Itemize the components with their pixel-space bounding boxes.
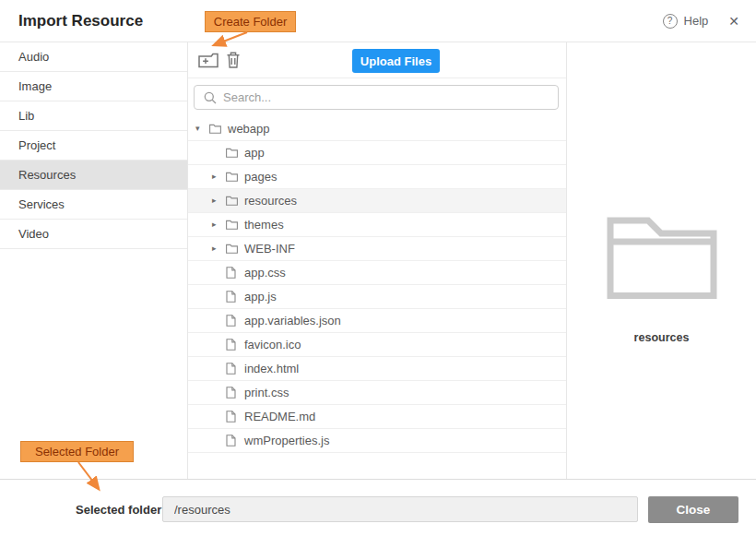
create-folder-icon[interactable] bbox=[198, 53, 219, 68]
sidebar-item-audio[interactable]: Audio bbox=[0, 42, 187, 72]
folder-icon bbox=[226, 196, 243, 206]
dialog-header: Import Resource ? Help ✕ bbox=[0, 0, 756, 42]
question-circle-icon: ? bbox=[663, 14, 678, 29]
create-folder-callout: Create Folder bbox=[205, 11, 296, 32]
sidebar-item-project[interactable]: Project bbox=[0, 131, 187, 161]
file-browser-panel: Upload Files ▾ webapp bbox=[188, 42, 567, 479]
file-icon bbox=[226, 435, 243, 447]
tree-item-label: pages bbox=[243, 170, 277, 184]
caret-right-icon[interactable]: ▸ bbox=[212, 244, 226, 253]
sidebar-item-label: Image bbox=[18, 79, 52, 93]
close-button[interactable]: Close bbox=[648, 496, 738, 523]
selected-folder-path-input[interactable] bbox=[162, 496, 638, 522]
folder-icon bbox=[226, 244, 243, 254]
sidebar-item-lib[interactable]: Lib bbox=[0, 101, 187, 131]
file-icon bbox=[226, 291, 243, 303]
help-button[interactable]: ? Help bbox=[663, 14, 709, 29]
sidebar-item-image[interactable]: Image bbox=[0, 72, 187, 101]
search-input[interactable] bbox=[223, 90, 549, 104]
caret-right-icon[interactable]: ▸ bbox=[212, 197, 226, 205]
preview-folder-name: resources bbox=[567, 331, 756, 344]
selection-preview-panel[interactable]: resources bbox=[567, 42, 756, 479]
caret-down-icon[interactable]: ▾ bbox=[195, 125, 209, 133]
file-icon bbox=[226, 315, 243, 327]
tree-item-app-css[interactable]: app.css bbox=[188, 261, 566, 285]
tree-item-readme-md[interactable]: README.md bbox=[188, 405, 566, 429]
selected-folder-arrow bbox=[70, 461, 116, 498]
dialog-body: Audio Image Lib Project Resources Servic… bbox=[0, 42, 756, 479]
tree-item-label: app.js bbox=[243, 290, 277, 304]
sidebar-item-label: Audio bbox=[18, 50, 49, 64]
tree-item-label: webapp bbox=[227, 122, 270, 136]
tree-item-app-variables-json[interactable]: app.variables.json bbox=[188, 309, 566, 333]
sidebar-item-label: Video bbox=[18, 227, 49, 241]
upload-files-button[interactable]: Upload Files bbox=[352, 49, 440, 73]
tree-item-app[interactable]: app bbox=[188, 141, 566, 165]
tree-item-label: app bbox=[243, 146, 265, 160]
search-row bbox=[188, 78, 566, 117]
tree-item-resources[interactable]: ▸ resources bbox=[188, 189, 566, 213]
tree-item-label: favicon.ico bbox=[243, 338, 301, 351]
file-icon bbox=[226, 267, 243, 279]
tree-item-label: app.variables.json bbox=[243, 314, 341, 328]
import-resource-dialog: Import Resource ? Help ✕ Audio Image Lib… bbox=[0, 0, 756, 536]
search-icon bbox=[204, 91, 217, 104]
tree-item-label: WEB-INF bbox=[243, 242, 295, 256]
sidebar-item-label: Lib bbox=[18, 109, 34, 123]
tree-item-label: themes bbox=[243, 218, 284, 232]
file-icon bbox=[226, 411, 243, 423]
tree-item-favicon-ico[interactable]: favicon.ico bbox=[188, 333, 566, 357]
sidebar-item-resources[interactable]: Resources bbox=[0, 161, 187, 190]
sidebar-item-label: Resources bbox=[18, 168, 76, 182]
folder-icon bbox=[226, 148, 243, 158]
tree-item-label: resources bbox=[243, 194, 297, 208]
tree-item-webapp[interactable]: ▾ webapp bbox=[188, 117, 566, 141]
page-title: Import Resource bbox=[18, 12, 143, 30]
tree-item-label: README.md bbox=[243, 410, 315, 423]
file-icon bbox=[226, 387, 243, 399]
tree-item-print-css[interactable]: print.css bbox=[188, 381, 566, 405]
folder-icon bbox=[226, 172, 243, 182]
search-box bbox=[194, 85, 559, 110]
tree-item-index-html[interactable]: index.html bbox=[188, 357, 566, 381]
category-sidebar: Audio Image Lib Project Resources Servic… bbox=[0, 42, 188, 479]
caret-right-icon[interactable]: ▸ bbox=[212, 173, 226, 181]
tree-item-pages[interactable]: ▸ pages bbox=[188, 165, 566, 189]
header-actions: ? Help ✕ bbox=[663, 14, 739, 29]
file-icon bbox=[226, 339, 243, 351]
folder-icon bbox=[226, 220, 243, 230]
toolbar-icons bbox=[198, 51, 241, 69]
tree-item-label: index.html bbox=[243, 362, 299, 375]
trash-icon[interactable] bbox=[226, 51, 241, 69]
close-icon[interactable]: ✕ bbox=[728, 14, 739, 29]
tree-item-wmproperties-js[interactable]: wmProperties.js bbox=[188, 429, 566, 453]
sidebar-item-video[interactable]: Video bbox=[0, 220, 187, 249]
sidebar-item-label: Services bbox=[18, 197, 65, 211]
tree-item-web-inf[interactable]: ▸ WEB-INF bbox=[188, 237, 566, 261]
create-folder-arrow bbox=[201, 31, 256, 52]
selected-folder-label: Selected folder: bbox=[76, 503, 166, 517]
file-tree: ▾ webapp app ▸ pages ▸ resou bbox=[188, 117, 566, 479]
folder-icon bbox=[209, 124, 227, 134]
caret-right-icon[interactable]: ▸ bbox=[212, 220, 226, 229]
file-icon bbox=[226, 363, 243, 375]
tree-item-label: wmProperties.js bbox=[243, 434, 329, 447]
help-label: Help bbox=[684, 14, 709, 28]
big-folder-icon bbox=[605, 214, 719, 303]
selected-folder-callout: Selected Folder bbox=[20, 441, 134, 462]
tree-item-app-js[interactable]: app.js bbox=[188, 285, 566, 309]
tree-item-label: print.css bbox=[243, 386, 289, 399]
tree-item-themes[interactable]: ▸ themes bbox=[188, 213, 566, 237]
sidebar-item-services[interactable]: Services bbox=[0, 190, 187, 220]
sidebar-item-label: Project bbox=[18, 138, 55, 152]
tree-item-label: app.css bbox=[243, 266, 286, 280]
